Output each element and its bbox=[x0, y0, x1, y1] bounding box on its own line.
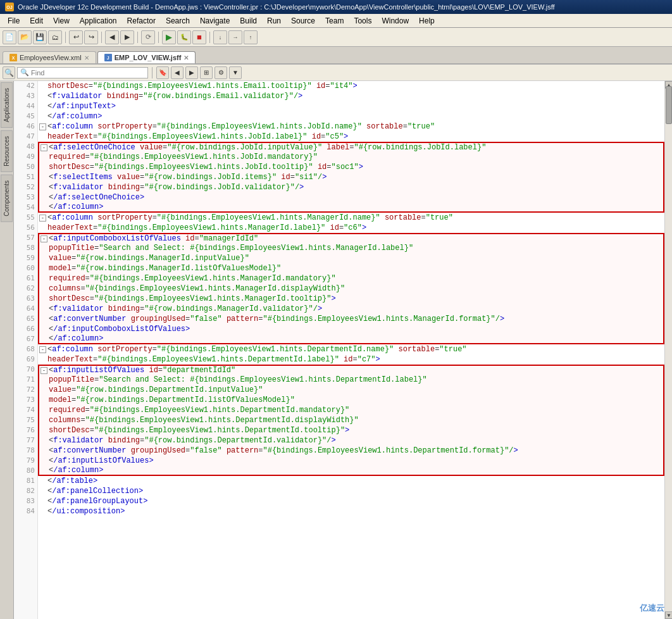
stop-button[interactable]: ■ bbox=[192, 30, 206, 44]
code-wrapper: 4243444546474849505152535455565758596061… bbox=[14, 81, 672, 619]
scroll-down[interactable]: ▼ bbox=[665, 611, 672, 619]
line-numbers: 4243444546474849505152535455565758596061… bbox=[14, 81, 38, 619]
undo-button[interactable]: ↩ bbox=[69, 30, 83, 44]
menu-view[interactable]: View bbox=[48, 15, 75, 27]
separator-3 bbox=[137, 32, 138, 43]
tab-label-xml: EmployeesView.xml bbox=[20, 54, 82, 61]
code-line: required="#{bindings.EmployeesView1.hint… bbox=[38, 273, 664, 284]
code-line: </af:panelGroupLayout> bbox=[38, 496, 664, 506]
code-line: </af:selectOneChoice> bbox=[38, 192, 664, 203]
bookmark-next-button[interactable]: ▶ bbox=[185, 66, 198, 79]
menu-file[interactable]: File bbox=[3, 15, 25, 27]
find-mag-icon: 🔍 bbox=[20, 68, 29, 77]
code-line: </af:table> bbox=[38, 476, 664, 486]
code-line: value="#{row.bindings.ManagerId.inputVal… bbox=[38, 253, 664, 263]
code-line: <f:selectItems value="#{row.bindings.Job… bbox=[38, 172, 664, 182]
sidebar-components[interactable]: Components bbox=[1, 175, 13, 222]
code-line: <af:convertNumber groupingUsed="false" p… bbox=[38, 446, 664, 456]
code-line: model="#{row.bindings.DepartmentId.listO… bbox=[38, 395, 664, 405]
code-line: shortDesc="#{bindings.EmployeesView1.hin… bbox=[38, 294, 664, 304]
toolbar: 📄 📂 💾 🗂 ↩ ↪ ◀ ▶ ⟳ ▶ 🐛 ■ ↓ → ↑ bbox=[0, 28, 672, 47]
redo-button[interactable]: ↪ bbox=[84, 30, 98, 44]
forward-button[interactable]: ▶ bbox=[120, 30, 134, 44]
sidebar-applications[interactable]: Applications bbox=[1, 82, 13, 128]
code-line: - <af:column sortProperty="#{bindings.Em… bbox=[38, 213, 664, 223]
code-line: shortDesc="#{bindings.EmployeesView1.hin… bbox=[38, 162, 664, 172]
code-line: </af:inputListOfValues> bbox=[38, 456, 664, 466]
main-area: Applications Resources Components 424344… bbox=[0, 81, 672, 619]
menu-run[interactable]: Run bbox=[262, 15, 286, 27]
menu-tools[interactable]: Tools bbox=[349, 15, 376, 27]
code-line: value="#{row.bindings.DepartmentId.input… bbox=[38, 385, 664, 395]
menu-build[interactable]: Build bbox=[235, 15, 262, 27]
tab-close-xml[interactable]: ✕ bbox=[84, 54, 89, 61]
refresh-button[interactable]: ⟳ bbox=[141, 30, 155, 44]
code-line: <f:validator binding="#{row.bindings.Job… bbox=[38, 182, 664, 192]
code-line: headerText="#{bindings.EmployeesView1.hi… bbox=[38, 223, 664, 233]
code-line: </af:column> bbox=[38, 466, 664, 476]
collapse-icon[interactable]: - bbox=[40, 144, 47, 151]
menu-source[interactable]: Source bbox=[286, 15, 320, 27]
step-into-button[interactable]: ↓ bbox=[213, 30, 227, 44]
code-line: popupTitle="Search and Select: #{binding… bbox=[38, 375, 664, 385]
find-input[interactable] bbox=[31, 69, 145, 77]
save-all-button[interactable]: 🗂 bbox=[48, 30, 62, 44]
find-box: 🔍 bbox=[17, 67, 148, 78]
code-line: model="#{row.bindings.ManagerId.listOfVa… bbox=[38, 263, 664, 273]
separator-5 bbox=[209, 32, 210, 43]
code-line: columns="#{bindings.EmployeesView1.hints… bbox=[38, 284, 664, 294]
menu-refactor[interactable]: Refactor bbox=[122, 15, 161, 27]
menu-application[interactable]: Application bbox=[75, 15, 122, 27]
separator-2 bbox=[101, 32, 102, 43]
collapse-icon[interactable]: - bbox=[39, 123, 46, 130]
step-out-button[interactable]: ↑ bbox=[244, 30, 258, 44]
code-line: <f:validator binding="#{row.bindings.Man… bbox=[38, 304, 664, 314]
menu-window[interactable]: Window bbox=[376, 15, 414, 27]
separator-4 bbox=[158, 32, 159, 43]
title-text: Oracle JDeveloper 12c Development Build … bbox=[18, 3, 555, 11]
code-line: <f:validator binding="#{row.bindings.Dep… bbox=[38, 435, 664, 446]
collapse-icon[interactable]: - bbox=[39, 215, 46, 222]
code-line: </af:inputComboboxListOfValues> bbox=[38, 324, 664, 334]
menu-navigate[interactable]: Navigate bbox=[195, 15, 235, 27]
left-sidebar: Applications Resources Components bbox=[0, 81, 14, 619]
code-line: <af:convertNumber groupingUsed="false" p… bbox=[38, 314, 664, 324]
code-line: headerText="#{bindings.EmployeesView1.hi… bbox=[38, 354, 664, 365]
tab-bar: X EmployeesView.xml ✕ J EMP_LOV_VIEW.jsf… bbox=[0, 47, 672, 65]
step-over-button[interactable]: → bbox=[228, 30, 242, 44]
code-line: </af:inputText> bbox=[38, 101, 664, 111]
jsff-icon: J bbox=[104, 54, 112, 61]
menu-edit[interactable]: Edit bbox=[25, 15, 48, 27]
menu-help[interactable]: Help bbox=[414, 15, 440, 27]
code-line: shortDesc="#{bindings.EmployeesView1.hin… bbox=[38, 425, 664, 435]
settings-button[interactable]: ⚙ bbox=[215, 66, 227, 79]
code-line: required="#{bindings.EmployeesView1.hint… bbox=[38, 405, 664, 415]
menu-search[interactable]: Search bbox=[161, 15, 195, 27]
collapse-icon[interactable]: - bbox=[40, 367, 47, 374]
run-button[interactable]: ▶ bbox=[162, 30, 176, 44]
back-button[interactable]: ◀ bbox=[105, 30, 119, 44]
scroll-thumb[interactable] bbox=[666, 86, 672, 124]
bookmark-add-button[interactable]: 🔖 bbox=[156, 66, 169, 79]
debug-button[interactable]: 🐛 bbox=[177, 30, 191, 44]
code-line: headerText="#{bindings.EmployeesView1.hi… bbox=[38, 132, 664, 142]
menu-bar: File Edit View Application Refactor Sear… bbox=[0, 14, 672, 28]
tab-employees-xml[interactable]: X EmployeesView.xml ✕ bbox=[3, 51, 96, 63]
sidebar-resources[interactable]: Resources bbox=[1, 130, 13, 172]
new-button[interactable]: 📄 bbox=[3, 30, 16, 44]
scrollbar[interactable]: ▲ ▼ bbox=[664, 81, 672, 619]
bookmark-prev-button[interactable]: ◀ bbox=[171, 66, 184, 79]
dropdown-button[interactable]: ▼ bbox=[229, 66, 242, 79]
collapse-icon[interactable]: - bbox=[39, 346, 46, 353]
code-editor[interactable]: shortDesc="#{bindings.EmployeesView1.hin… bbox=[38, 81, 664, 619]
tab-close-jsff[interactable]: ✕ bbox=[184, 54, 189, 61]
code-line: - <af:inputListOfValues id="departmentId… bbox=[38, 365, 664, 375]
secondary-toolbar: 🔍 🔍 🔖 ◀ ▶ ⊞ ⚙ ▼ bbox=[0, 65, 672, 81]
tab-emp-lov[interactable]: J EMP_LOV_VIEW.jsff ✕ bbox=[97, 51, 196, 63]
open-button[interactable]: 📂 bbox=[18, 30, 32, 44]
collapse-icon[interactable]: - bbox=[40, 235, 47, 242]
find-search-icon[interactable]: 🔍 bbox=[3, 66, 15, 79]
menu-team[interactable]: Team bbox=[320, 15, 349, 27]
save-button[interactable]: 💾 bbox=[33, 30, 47, 44]
toggle-button[interactable]: ⊞ bbox=[200, 66, 213, 79]
